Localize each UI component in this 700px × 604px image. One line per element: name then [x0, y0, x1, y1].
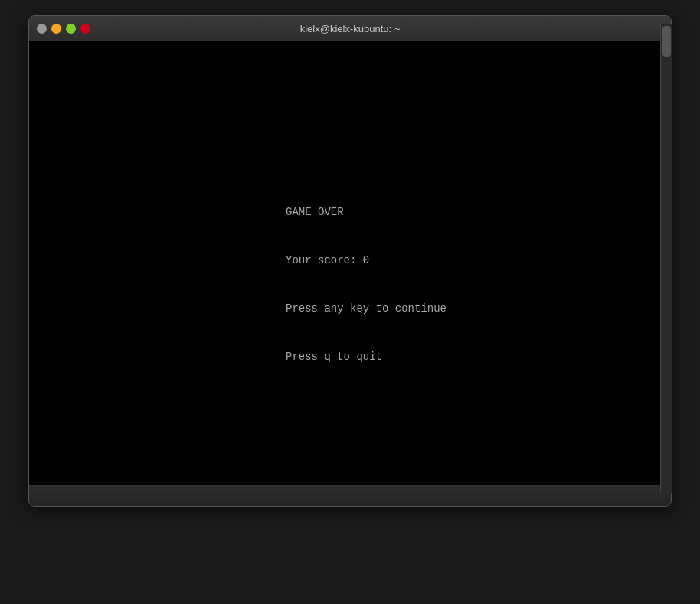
scrollbar-thumb[interactable] [662, 26, 671, 57]
minimize-icon[interactable] [37, 24, 47, 34]
quit-line: Press q to quit [286, 349, 446, 365]
score-line: Your score: 0 [286, 253, 446, 269]
zoom-icon[interactable] [51, 24, 61, 34]
window-title: kielx@kielx-kubuntu: ~ [300, 23, 401, 34]
maximize-icon[interactable] [66, 24, 76, 34]
terminal-output: GAME OVER Your score: 0 Press any key to… [286, 172, 446, 397]
terminal-body[interactable]: GAME OVER Your score: 0 Press any key to… [29, 41, 671, 485]
terminal-window: kielx@kielx-kubuntu: ~ GAME OVER Your sc… [28, 0, 672, 507]
continue-line: Press any key to continue [286, 301, 446, 317]
titlebar: kielx@kielx-kubuntu: ~ [29, 16, 671, 41]
bottom-bar [29, 485, 671, 506]
scrollbar[interactable] [660, 24, 672, 493]
close-icon[interactable] [80, 24, 90, 34]
window-controls [37, 24, 90, 34]
window-frame: kielx@kielx-kubuntu: ~ GAME OVER Your sc… [28, 15, 672, 507]
game-over-line: GAME OVER [286, 204, 446, 220]
